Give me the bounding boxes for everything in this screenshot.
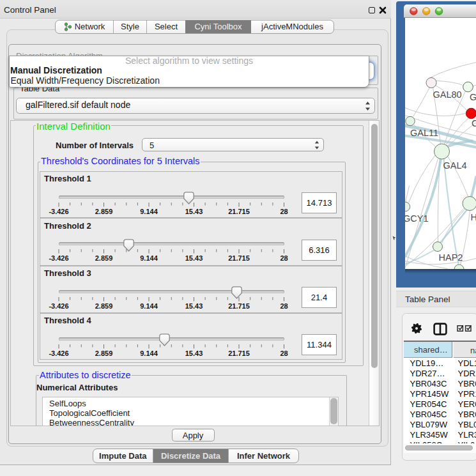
svg-text:G.: G. [470, 91, 476, 102]
svg-text:H: H [470, 211, 476, 222]
svg-text:GAL4: GAL4 [443, 160, 466, 170]
svg-text:GAL80: GAL80 [433, 89, 461, 99]
svg-text:GAL11: GAL11 [410, 127, 438, 137]
svg-text:HAP2: HAP2 [438, 252, 463, 262]
svg-text:C: C [472, 118, 476, 128]
svg-text:GCY1: GCY1 [405, 213, 429, 223]
